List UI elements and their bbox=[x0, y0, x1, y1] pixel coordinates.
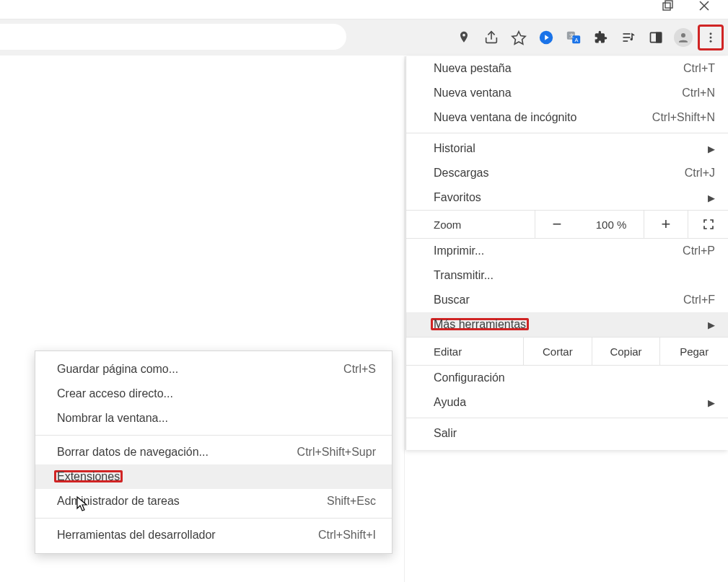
menu-item-accelerator: Ctrl+J bbox=[685, 167, 715, 180]
svg-rect-16 bbox=[657, 32, 662, 42]
menu-item-accelerator: Ctrl+F bbox=[683, 294, 715, 307]
google-translate-extension-icon[interactable]: 文A bbox=[561, 25, 587, 50]
profile-avatar-icon[interactable] bbox=[670, 25, 696, 50]
menu-more-tools[interactable]: Más herramientas ▶ bbox=[406, 312, 728, 337]
submenu-save-page-as[interactable]: Guardar página como... Ctrl+S bbox=[35, 357, 392, 382]
share-icon[interactable] bbox=[478, 25, 504, 50]
menu-item-label: Buscar bbox=[434, 294, 675, 307]
menu-zoom-row: Zoom − 100 % + bbox=[406, 210, 728, 239]
menu-item-accelerator: Ctrl+P bbox=[683, 244, 715, 257]
submenu-separator bbox=[35, 435, 392, 436]
submenu-name-window[interactable]: Nombrar la ventana... bbox=[35, 406, 392, 431]
svg-text:文: 文 bbox=[569, 32, 574, 39]
media-playlist-icon[interactable] bbox=[615, 25, 641, 50]
location-pin-icon[interactable] bbox=[451, 25, 477, 50]
kebab-menu-icon[interactable] bbox=[698, 25, 724, 50]
edit-label: Editar bbox=[406, 338, 523, 365]
more-tools-submenu: Guardar página como... Ctrl+S Crear acce… bbox=[35, 350, 392, 554]
submenu-task-manager[interactable]: Administrador de tareas Shift+Esc bbox=[35, 489, 392, 513]
submenu-clear-browsing-data[interactable]: Borrar datos de navegación... Ctrl+Shift… bbox=[35, 440, 392, 464]
submenu-extensions[interactable]: Extensiones bbox=[35, 464, 392, 489]
submenu-item-label: Extensiones bbox=[57, 470, 376, 483]
submenu-item-label: Nombrar la ventana... bbox=[57, 412, 376, 425]
bookmark-star-icon[interactable] bbox=[506, 25, 532, 50]
menu-history[interactable]: Historial ▶ bbox=[406, 136, 728, 161]
edit-copy-button[interactable]: Copiar bbox=[592, 338, 660, 365]
menu-find[interactable]: Buscar Ctrl+F bbox=[406, 288, 728, 312]
menu-separator bbox=[406, 133, 728, 133]
svg-point-19 bbox=[710, 37, 712, 39]
submenu-caret-icon: ▶ bbox=[708, 319, 715, 330]
zoom-label: Zoom bbox=[406, 211, 535, 238]
menu-incognito[interactable]: Nueva ventana de incógnito Ctrl+Shift+N bbox=[406, 105, 728, 130]
menu-item-label: Nueva ventana bbox=[434, 87, 673, 100]
submenu-separator bbox=[35, 518, 392, 519]
submenu-caret-icon: ▶ bbox=[708, 144, 715, 154]
svg-point-14 bbox=[631, 38, 633, 40]
extensions-puzzle-icon[interactable] bbox=[588, 25, 614, 50]
svg-point-20 bbox=[710, 40, 712, 43]
menu-item-label: Nueva ventana de incógnito bbox=[434, 111, 644, 124]
menu-item-accelerator: Ctrl+Shift+N bbox=[652, 111, 715, 124]
zoom-out-button[interactable]: − bbox=[535, 211, 579, 238]
menu-item-label: Configuración bbox=[434, 371, 715, 384]
submenu-item-label: Crear acceso directo... bbox=[57, 387, 376, 400]
menu-print[interactable]: Imprimir... Ctrl+P bbox=[406, 239, 728, 263]
submenu-item-label: Herramientas del desarrollador bbox=[57, 529, 318, 542]
menu-new-window[interactable]: Nueva ventana Ctrl+N bbox=[406, 81, 728, 105]
side-panel-icon[interactable] bbox=[643, 25, 669, 50]
edit-cut-button[interactable]: Cortar bbox=[523, 338, 592, 365]
menu-item-accelerator: Ctrl+N bbox=[682, 87, 715, 100]
menu-item-accelerator: Ctrl+T bbox=[683, 62, 715, 75]
submenu-item-label: Administrador de tareas bbox=[57, 495, 327, 508]
omnibox[interactable] bbox=[0, 24, 346, 50]
menu-item-label: Nueva pestaña bbox=[434, 62, 675, 75]
menu-item-label: Descargas bbox=[434, 167, 676, 180]
submenu-item-label: Guardar página como... bbox=[57, 363, 343, 376]
zoom-in-button[interactable]: + bbox=[644, 211, 688, 238]
svg-text:A: A bbox=[574, 37, 578, 43]
menu-item-label: Salir bbox=[434, 427, 715, 440]
svg-marker-4 bbox=[512, 32, 525, 44]
menu-exit[interactable]: Salir bbox=[406, 421, 728, 450]
submenu-item-accelerator: Ctrl+Shift+I bbox=[318, 529, 376, 542]
menu-new-tab[interactable]: Nueva pestaña Ctrl+T bbox=[406, 56, 728, 81]
menu-edit-row: Editar Cortar Copiar Pegar bbox=[406, 337, 728, 366]
submenu-item-accelerator: Ctrl+S bbox=[343, 363, 376, 376]
menu-item-label: Historial bbox=[434, 142, 699, 155]
svg-rect-0 bbox=[663, 3, 670, 10]
svg-point-17 bbox=[681, 33, 685, 38]
submenu-item-label: Borrar datos de navegación... bbox=[57, 446, 297, 459]
menu-item-label: Transmitir... bbox=[434, 269, 715, 282]
chrome-main-menu: Nueva pestaña Ctrl+T Nueva ventana Ctrl+… bbox=[405, 56, 728, 450]
svg-point-18 bbox=[710, 32, 712, 35]
menu-separator bbox=[406, 418, 728, 418]
submenu-item-accelerator: Shift+Esc bbox=[327, 495, 376, 508]
fullscreen-button[interactable] bbox=[688, 211, 728, 238]
window-close-button[interactable] bbox=[688, 0, 721, 19]
browser-toolbar: 文A bbox=[0, 19, 728, 56]
menu-help[interactable]: Ayuda ▶ bbox=[406, 390, 728, 415]
menu-item-label: Imprimir... bbox=[434, 244, 674, 257]
window-maximize-button[interactable] bbox=[652, 0, 685, 19]
menu-cast[interactable]: Transmitir... bbox=[406, 263, 728, 288]
edit-paste-button[interactable]: Pegar bbox=[659, 338, 728, 365]
submenu-caret-icon: ▶ bbox=[708, 397, 715, 408]
submenu-item-accelerator: Ctrl+Shift+Supr bbox=[297, 446, 376, 459]
cast-play-extension-icon[interactable] bbox=[533, 25, 559, 50]
submenu-developer-tools[interactable]: Herramientas del desarrollador Ctrl+Shif… bbox=[35, 523, 392, 547]
menu-item-label: Favoritos bbox=[434, 191, 699, 204]
submenu-caret-icon: ▶ bbox=[708, 193, 715, 203]
submenu-create-shortcut[interactable]: Crear acceso directo... bbox=[35, 382, 392, 406]
menu-downloads[interactable]: Descargas Ctrl+J bbox=[406, 161, 728, 185]
menu-item-label: Más herramientas bbox=[434, 318, 699, 331]
menu-settings[interactable]: Configuración bbox=[406, 366, 728, 390]
zoom-percentage: 100 % bbox=[579, 211, 644, 238]
menu-item-label: Ayuda bbox=[434, 396, 699, 409]
menu-bookmarks[interactable]: Favoritos ▶ bbox=[406, 185, 728, 210]
window-titlebar bbox=[0, 0, 728, 19]
svg-rect-1 bbox=[665, 1, 672, 8]
